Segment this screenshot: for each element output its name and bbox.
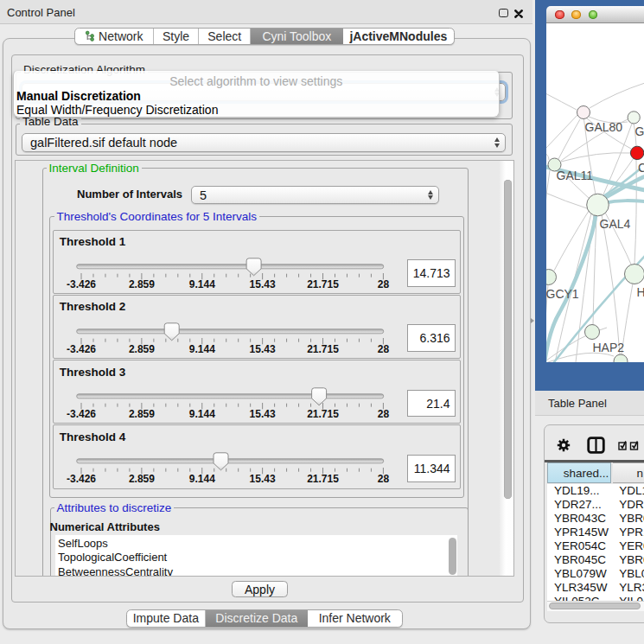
svg-text:H: H xyxy=(636,285,644,299)
svg-text:2.859: 2.859 xyxy=(129,473,155,485)
svg-text:GAL80: GAL80 xyxy=(584,120,622,134)
svg-text:-3.426: -3.426 xyxy=(67,473,96,485)
svg-text:9.144: 9.144 xyxy=(189,473,215,485)
svg-text:28: 28 xyxy=(378,342,390,354)
svg-text:21.715: 21.715 xyxy=(307,408,339,420)
svg-text:9.144: 9.144 xyxy=(189,408,215,420)
svg-text:9.144: 9.144 xyxy=(189,277,215,290)
svg-text:2.859: 2.859 xyxy=(129,277,155,290)
svg-text:GCY1: GCY1 xyxy=(546,287,579,301)
svg-text:21.715: 21.715 xyxy=(307,342,339,354)
svg-text:28: 28 xyxy=(378,277,390,290)
svg-text:21.715: 21.715 xyxy=(307,277,339,290)
svg-text:9.144: 9.144 xyxy=(189,342,215,354)
svg-text:GAL4: GAL4 xyxy=(599,217,630,231)
svg-text:15.43: 15.43 xyxy=(250,473,276,485)
svg-text:2.859: 2.859 xyxy=(129,408,155,420)
svg-text:15.43: 15.43 xyxy=(250,277,276,290)
svg-text:CA: CA xyxy=(638,161,644,175)
svg-text:-3.426: -3.426 xyxy=(67,342,96,354)
svg-text:15.43: 15.43 xyxy=(250,342,276,354)
svg-text:-3.426: -3.426 xyxy=(67,277,96,290)
svg-text:GAL11: GAL11 xyxy=(556,169,593,182)
svg-text:15.43: 15.43 xyxy=(250,408,276,420)
svg-text:HAP2: HAP2 xyxy=(592,341,624,354)
svg-text:GA: GA xyxy=(634,124,644,138)
svg-text:-3.426: -3.426 xyxy=(67,408,96,420)
svg-text:2.859: 2.859 xyxy=(129,342,155,354)
svg-text:21.715: 21.715 xyxy=(307,473,339,485)
svg-text:28: 28 xyxy=(378,408,390,420)
svg-text:28: 28 xyxy=(378,473,390,485)
